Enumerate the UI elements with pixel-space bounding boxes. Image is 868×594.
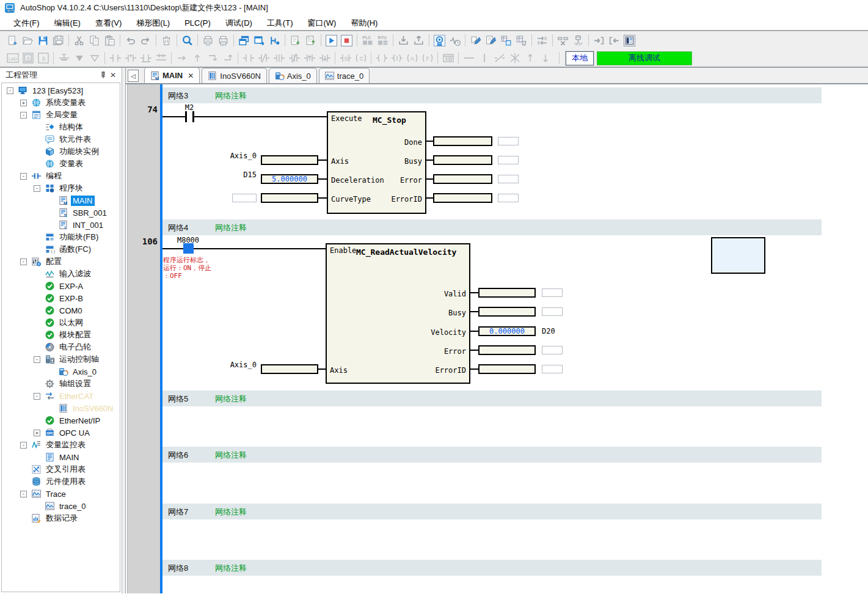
- compare-x-icon[interactable]: [555, 33, 571, 48]
- coil-f-icon[interactable]: F: [420, 51, 435, 65]
- menu-item-2[interactable]: 查看(V): [88, 16, 129, 31]
- menu-item-0[interactable]: 文件(F): [6, 16, 47, 31]
- tree-item-label[interactable]: 功能块(FB): [57, 231, 100, 243]
- tab-label[interactable]: trace_0: [337, 72, 363, 81]
- errorid-operand-box[interactable]: [433, 193, 492, 203]
- tree-item-label[interactable]: 模块配置: [57, 329, 93, 341]
- axis2-operand-box[interactable]: [261, 364, 318, 374]
- tree-item--[interactable]: 模块配置: [2, 329, 120, 341]
- tree-item--[interactable]: -变量监控表: [2, 439, 120, 451]
- grid-convert-icon[interactable]: [498, 33, 514, 48]
- new-icon[interactable]: [5, 33, 20, 48]
- tree-item--[interactable]: 结构体: [2, 121, 120, 133]
- network5-header[interactable]: 网络5网络注释: [162, 391, 822, 406]
- error-operand-box[interactable]: [433, 174, 492, 184]
- tree-item-label[interactable]: EXP-A: [57, 281, 85, 292]
- tree-item--[interactable]: 以太网: [2, 317, 120, 329]
- c-down-icon[interactable]: [317, 51, 332, 65]
- velocity-operand-box[interactable]: 0.000000: [478, 326, 536, 336]
- slash-icon[interactable]: [492, 51, 507, 65]
- tree-item--[interactable]: 变量表: [2, 158, 120, 170]
- tree-item--[interactable]: -运动控制轴: [2, 353, 120, 365]
- menu-item-1[interactable]: 编辑(E): [47, 16, 88, 31]
- v-line-icon[interactable]: [476, 51, 492, 65]
- network7-comment[interactable]: 网络注释: [215, 507, 247, 518]
- rtu-icon[interactable]: RTU: [375, 33, 390, 48]
- tree-item-123-easy523-[interactable]: -123 [Easy523]: [2, 84, 120, 97]
- tree-item-label[interactable]: 全局变量: [44, 109, 79, 121]
- usb-test-icon[interactable]: TE ST: [571, 33, 586, 48]
- tree-item-label[interactable]: trace_0: [57, 501, 87, 512]
- c-up-icon[interactable]: [302, 51, 317, 65]
- errorid2-operand-box[interactable]: [478, 364, 536, 374]
- menu-item-8[interactable]: 帮助(H): [343, 16, 385, 31]
- print-preview-icon[interactable]: [200, 33, 216, 48]
- tree-item-sbr-001[interactable]: SSBR_001: [2, 207, 120, 219]
- tree-item-label[interactable]: 系统变量表: [44, 97, 87, 109]
- network6-header[interactable]: 网络6网络注释: [162, 447, 822, 463]
- tab-main[interactable]: MMAIN✕: [144, 67, 200, 83]
- tree-item-opc-ua[interactable]: +OPCOPC UA: [2, 427, 120, 439]
- list-ul-icon[interactable]: [303, 33, 318, 48]
- c-s-icon[interactable]: S: [338, 51, 353, 65]
- tab-label[interactable]: InoSV660N: [220, 72, 261, 81]
- tree-item--fc-[interactable]: ()函数(FC): [2, 243, 120, 255]
- arr-down2-icon[interactable]: [538, 51, 553, 65]
- busy2-operand-box[interactable]: [478, 307, 536, 317]
- tree-item-label[interactable]: Trace: [44, 489, 68, 499]
- print-icon[interactable]: [216, 33, 231, 48]
- selection-box[interactable]: [711, 237, 765, 274]
- tree-item-label[interactable]: Axis_0: [71, 367, 98, 377]
- copy-icon[interactable]: [87, 33, 102, 48]
- expand-icon[interactable]: +: [34, 430, 40, 436]
- tree-item-trace[interactable]: -Trace: [2, 488, 120, 500]
- contact-m2[interactable]: [185, 111, 187, 122]
- list-dl-icon[interactable]: [288, 33, 303, 48]
- collapse-icon[interactable]: -: [34, 185, 40, 192]
- tree-item--[interactable]: 数据记录: [2, 512, 120, 524]
- tree-item-label[interactable]: 函数(FC): [57, 243, 93, 255]
- collapse-icon[interactable]: -: [20, 442, 27, 449]
- delete-icon[interactable]: [159, 33, 174, 48]
- rung1-icon[interactable]: [108, 51, 123, 65]
- arr-up2-icon[interactable]: [522, 51, 538, 65]
- tree-item-label[interactable]: INT_001: [71, 220, 105, 230]
- save-all-icon[interactable]: [51, 33, 66, 48]
- coil-i-icon[interactable]: [389, 51, 404, 65]
- tree-item-label[interactable]: 电子凸轮: [57, 341, 93, 353]
- network7-header[interactable]: 网络7网络注释: [162, 504, 822, 519]
- tab-inosv660n[interactable]: InoSV660N: [202, 68, 267, 83]
- collapse-icon[interactable]: -: [34, 356, 40, 363]
- network4-comment[interactable]: 网络注释: [215, 222, 247, 233]
- tree-item--[interactable]: -配置: [2, 255, 120, 268]
- network8-comment[interactable]: 网络注释: [215, 563, 247, 574]
- local-mode-button[interactable]: 本地: [566, 51, 594, 65]
- tree-item--[interactable]: 输入滤波: [2, 268, 120, 280]
- network3-comment[interactable]: 网络注释: [215, 90, 247, 101]
- axis-operand-box[interactable]: [261, 155, 318, 165]
- tree-item-int-001[interactable]: IINT_001: [2, 219, 120, 231]
- edit-doc-icon[interactable]: [483, 33, 498, 48]
- contact-m8000[interactable]: [183, 243, 194, 254]
- run-icon[interactable]: [324, 33, 339, 48]
- s-box2-icon[interactable]: S: [35, 51, 51, 65]
- c-c-icon[interactable]: C: [353, 51, 368, 65]
- menu-item-7[interactable]: 窗口(W): [300, 16, 343, 31]
- edit-run-icon[interactable]: [468, 33, 483, 48]
- tree-item--[interactable]: 交叉引用表: [2, 463, 120, 475]
- tree-item-label[interactable]: MAIN: [71, 196, 95, 206]
- collapse-icon[interactable]: -: [34, 393, 40, 400]
- tree-item-label[interactable]: 运动控制轴: [57, 353, 101, 365]
- tree-item-label[interactable]: 变量监控表: [44, 439, 87, 451]
- tree-item-ethernet-ip[interactable]: EtherNet/IP: [2, 414, 120, 427]
- tree-item-label[interactable]: EXP-B: [57, 293, 85, 304]
- valid-operand-box[interactable]: [478, 288, 536, 298]
- tree-item-label[interactable]: 结构体: [57, 121, 85, 133]
- offline-debug-button[interactable]: 离线调试: [597, 51, 692, 65]
- tree-item-label[interactable]: SBR_001: [71, 208, 109, 218]
- wave-clock-icon[interactable]: [447, 33, 462, 48]
- tree-item-label[interactable]: EtherNet/IP: [57, 416, 102, 426]
- tree-item-label[interactable]: 变量表: [57, 158, 85, 170]
- tee-icon[interactable]: [56, 51, 71, 65]
- tree-item-label[interactable]: 数据记录: [44, 512, 79, 524]
